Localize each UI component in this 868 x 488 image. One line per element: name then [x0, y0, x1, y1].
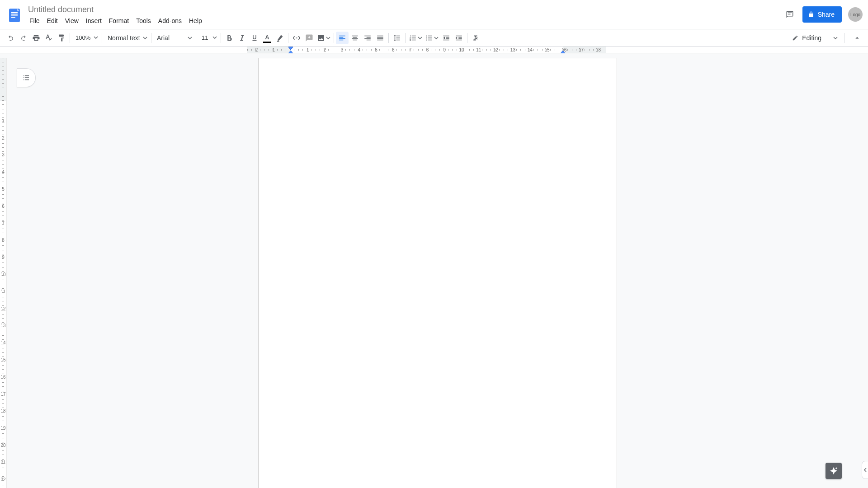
share-button-label: Share	[818, 11, 835, 18]
text-color-icon	[263, 34, 271, 42]
document-title-input[interactable]: Untitled document	[25, 4, 205, 15]
numbered-list-button[interactable]	[407, 32, 424, 44]
chevron-up-icon	[853, 34, 861, 42]
menu-file[interactable]: File	[26, 15, 43, 26]
insert-image-button[interactable]	[316, 32, 332, 44]
svg-rect-3	[11, 17, 15, 18]
toolbar-separator	[70, 33, 70, 43]
font-size-select[interactable]: 11	[198, 32, 219, 44]
italic-icon	[238, 34, 246, 42]
titlebar: Untitled document File Edit View Insert …	[0, 0, 868, 29]
bold-button[interactable]	[223, 32, 236, 44]
print-button[interactable]	[30, 32, 42, 44]
toolbar-separator	[844, 33, 844, 43]
docs-app-icon[interactable]	[5, 4, 24, 27]
zoom-value: 100%	[75, 34, 90, 41]
chevron-down-icon	[326, 34, 330, 42]
hide-menus-button[interactable]	[851, 32, 863, 44]
document-canvas[interactable]	[7, 53, 868, 488]
decrease-indent-icon	[442, 34, 450, 42]
redo-button[interactable]	[17, 32, 30, 44]
chevron-down-icon	[143, 34, 147, 42]
share-button[interactable]: Share	[802, 6, 842, 23]
toolbar-separator	[221, 33, 221, 43]
spellcheck-button[interactable]	[42, 32, 55, 44]
align-right-button[interactable]	[361, 32, 374, 44]
paragraph-style-select[interactable]: Normal text	[104, 32, 149, 44]
chevron-down-icon	[94, 34, 98, 41]
menu-format[interactable]: Format	[106, 15, 132, 26]
toolbar-separator	[288, 33, 288, 43]
left-indent-marker[interactable]	[288, 50, 293, 53]
explore-button[interactable]	[826, 463, 842, 479]
undo-icon	[7, 34, 15, 42]
zoom-select[interactable]: 100%	[72, 32, 100, 44]
toolbar-separator	[151, 33, 151, 43]
paint-format-button[interactable]	[55, 32, 68, 44]
italic-button[interactable]	[236, 32, 248, 44]
highlight-color-button[interactable]	[274, 32, 286, 44]
bulleted-list-icon	[425, 34, 433, 42]
numbered-list-icon	[409, 34, 417, 42]
font-family-select[interactable]: Arial	[153, 32, 194, 44]
image-icon	[317, 34, 325, 42]
increase-indent-button[interactable]	[453, 32, 465, 44]
undo-button[interactable]	[5, 32, 17, 44]
text-color-button[interactable]	[261, 32, 274, 44]
text-color-swatch	[263, 42, 271, 43]
line-spacing-button[interactable]	[391, 32, 403, 44]
svg-rect-5	[788, 14, 790, 15]
bulleted-list-button[interactable]	[424, 32, 440, 44]
paint-roller-icon	[57, 34, 66, 42]
align-right-icon	[363, 34, 372, 42]
horizontal-ruler[interactable]: 21123456789101112131415161718	[0, 47, 868, 53]
underline-icon	[250, 34, 259, 42]
bold-icon	[225, 34, 233, 42]
add-comment-icon	[305, 34, 313, 42]
open-comment-history-button[interactable]	[783, 8, 796, 21]
menu-tools[interactable]: Tools	[133, 15, 154, 26]
redo-icon	[19, 34, 28, 42]
align-left-button[interactable]	[336, 32, 349, 44]
underline-button[interactable]	[248, 32, 261, 44]
titlebar-right: Share Logo	[783, 4, 863, 23]
add-comment-button[interactable]	[303, 32, 316, 44]
menu-bar: File Edit View Insert Format Tools Add-o…	[25, 15, 205, 26]
paragraph-style-value: Normal text	[108, 34, 140, 42]
vertical-ruler[interactable]: 1234567891011121314151617181920212223242…	[0, 53, 7, 488]
align-center-button[interactable]	[349, 32, 361, 44]
account-avatar[interactable]: Logo	[848, 7, 863, 22]
show-outline-button[interactable]	[17, 68, 36, 87]
editing-mode-select[interactable]: Editing	[788, 32, 840, 44]
menu-help[interactable]: Help	[186, 15, 205, 26]
svg-rect-2	[11, 14, 18, 16]
menu-view[interactable]: View	[62, 15, 82, 26]
right-indent-marker[interactable]	[560, 50, 566, 53]
clear-formatting-button[interactable]	[469, 32, 482, 44]
chevron-down-icon	[188, 34, 192, 42]
decrease-indent-button[interactable]	[440, 32, 453, 44]
spellcheck-icon	[45, 34, 53, 42]
comment-icon	[786, 10, 794, 19]
menu-edit[interactable]: Edit	[44, 15, 61, 26]
document-page[interactable]	[258, 58, 617, 488]
pencil-icon	[792, 35, 798, 41]
align-justify-button[interactable]	[374, 32, 387, 44]
align-left-icon	[338, 34, 346, 42]
menu-insert[interactable]: Insert	[83, 15, 105, 26]
first-line-indent-marker[interactable]	[288, 46, 293, 50]
toolbar: 100% Normal text Arial 11	[0, 29, 868, 47]
chevron-down-icon	[418, 34, 422, 42]
increase-indent-icon	[455, 34, 463, 42]
toolbar-separator	[467, 33, 467, 43]
insert-link-button[interactable]	[290, 32, 303, 44]
title-area: Untitled document File Edit View Insert …	[25, 4, 205, 26]
menu-addons[interactable]: Add-ons	[155, 15, 185, 26]
align-center-icon	[351, 34, 359, 42]
toolbar-separator	[388, 33, 389, 43]
line-spacing-icon	[393, 34, 401, 42]
svg-rect-4	[788, 13, 792, 14]
toolbar-separator	[405, 33, 406, 43]
svg-rect-1	[11, 12, 18, 14]
show-side-panel-button[interactable]	[862, 461, 868, 479]
